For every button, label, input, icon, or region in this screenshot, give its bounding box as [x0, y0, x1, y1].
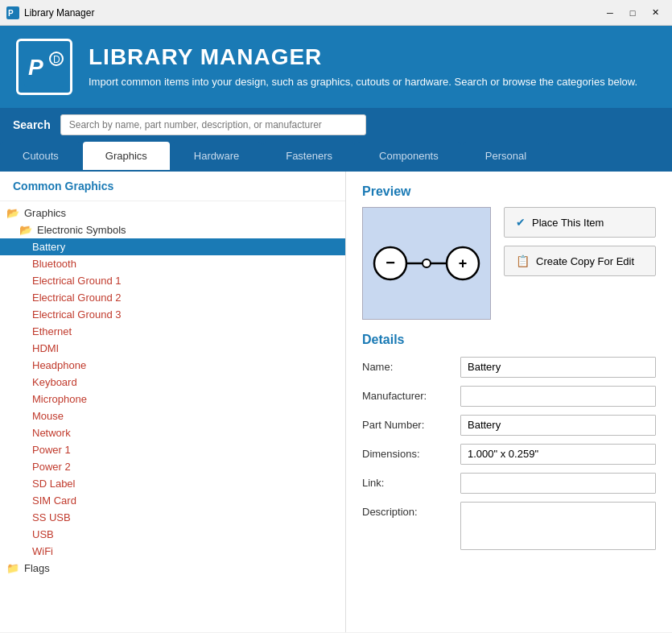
name-value[interactable]: Battery: [460, 357, 656, 378]
dimensions-label: Dimensions:: [362, 444, 451, 460]
tree-item-sim-card[interactable]: SIM Card: [0, 492, 345, 509]
tab-bar: Cutouts Graphics Hardware Fasteners Comp…: [0, 142, 672, 172]
tree-item-power-2[interactable]: Power 2: [0, 458, 345, 475]
details-title: Details: [362, 333, 656, 347]
description-label: Description:: [362, 502, 451, 518]
tree-item-bluetooth[interactable]: Bluetooth: [0, 255, 345, 272]
tree-item-wifi-label: WiFi: [32, 545, 53, 557]
place-item-label: Place This Item: [532, 217, 604, 229]
tab-fasteners[interactable]: Fasteners: [263, 142, 355, 170]
svg-text:−: −: [385, 254, 395, 271]
link-value[interactable]: [460, 473, 656, 494]
search-input[interactable]: [60, 114, 366, 135]
svg-text:+: +: [459, 255, 468, 271]
app-icon: P: [6, 6, 19, 19]
tab-graphics[interactable]: Graphics: [83, 142, 170, 170]
action-buttons: ✔ Place This Item 📋 Create Copy For Edit: [504, 207, 656, 320]
detail-row-manufacturer: Manufacturer:: [362, 386, 656, 407]
link-label: Link:: [362, 473, 451, 489]
tree-item-power-1[interactable]: Power 1: [0, 441, 345, 458]
manufacturer-value[interactable]: [460, 386, 656, 407]
tree-item-power2-label: Power 2: [32, 461, 71, 473]
folder-open-icon-2: 📂: [19, 224, 32, 236]
tree-item-ethernet-label: Ethernet: [32, 325, 72, 337]
title-bar-controls: ─ □ ✕: [600, 5, 666, 21]
search-bar: Search: [0, 108, 672, 142]
part-number-label: Part Number:: [362, 415, 451, 431]
preview-title: Preview: [362, 184, 656, 199]
tab-components[interactable]: Components: [357, 142, 461, 170]
minimize-button[interactable]: ─: [600, 5, 620, 21]
tree-item-eg2-label: Electrical Ground 2: [32, 292, 122, 304]
svg-text:P: P: [28, 55, 43, 80]
dimensions-value[interactable]: 1.000" x 0.259": [460, 444, 656, 465]
header-text: LIBRARY MANAGER Import common items into…: [89, 44, 637, 89]
detail-row-link: Link:: [362, 473, 656, 494]
tree-item-sim-card-label: SIM Card: [32, 494, 76, 507]
tree-item-hdmi-label: HDMI: [32, 342, 59, 354]
detail-row-part-number: Part Number: Battery: [362, 415, 656, 436]
tree-item-wifi[interactable]: WiFi: [0, 543, 345, 560]
tree-item-electrical-ground-3[interactable]: Electrical Ground 3: [0, 306, 345, 323]
tree-item-usb[interactable]: USB: [0, 526, 345, 543]
tree-item-keyboard[interactable]: Keyboard: [0, 374, 345, 391]
app-description: Import common items into your design, su…: [89, 75, 637, 89]
svg-point-11: [423, 259, 431, 267]
battery-preview-svg: − +: [370, 239, 483, 288]
main-content: Common Graphics 📂 Graphics 📂 Electronic …: [0, 172, 672, 632]
preview-area: − + ✔ Place This Item 📋 Create Copy For …: [362, 207, 656, 320]
left-panel-header: Common Graphics: [0, 172, 345, 201]
close-button[interactable]: ✕: [645, 5, 666, 21]
tree-item-hdmi[interactable]: HDMI: [0, 340, 345, 357]
tree-item-mouse-label: Mouse: [32, 410, 64, 422]
tree-item-power1-label: Power 1: [32, 444, 71, 456]
search-label: Search: [13, 118, 51, 131]
name-label: Name:: [362, 357, 451, 373]
tree-item-flags-label: Flags: [24, 562, 50, 574]
place-item-button[interactable]: ✔ Place This Item: [504, 207, 656, 238]
manufacturer-label: Manufacturer:: [362, 386, 451, 402]
maximize-button[interactable]: □: [622, 5, 643, 21]
tab-cutouts[interactable]: Cutouts: [0, 142, 81, 170]
tree-item-eg1-label: Electrical Ground 1: [32, 275, 122, 287]
folder-open-icon: 📂: [6, 207, 19, 219]
tree-item-battery-label: Battery: [32, 241, 65, 253]
left-panel: Common Graphics 📂 Graphics 📂 Electronic …: [0, 172, 346, 632]
detail-row-name: Name: Battery: [362, 357, 656, 378]
tab-hardware[interactable]: Hardware: [171, 142, 262, 170]
app-logo: P D: [16, 39, 72, 95]
svg-text:P: P: [8, 9, 14, 18]
tree-item-eg3-label: Electrical Ground 3: [32, 308, 122, 321]
detail-row-dimensions: Dimensions: 1.000" x 0.259": [362, 444, 656, 465]
tree-item-sd-label[interactable]: SD Label: [0, 475, 345, 492]
tree-item-graphics[interactable]: 📂 Graphics: [0, 205, 345, 221]
folder-closed-icon: 📁: [6, 562, 19, 574]
tree-item-usb-label: USB: [32, 528, 54, 540]
svg-text:D: D: [53, 54, 60, 65]
tree-item-mouse[interactable]: Mouse: [0, 408, 345, 424]
app-title: LIBRARY MANAGER: [89, 44, 637, 70]
tree-item-electrical-ground-2[interactable]: Electrical Ground 2: [0, 289, 345, 306]
tree-item-sd-label-text: SD Label: [32, 478, 75, 490]
tab-personal[interactable]: Personal: [463, 142, 549, 170]
tree-item-network[interactable]: Network: [0, 424, 345, 441]
part-number-value[interactable]: Battery: [460, 415, 656, 436]
tree-item-headphone-label: Headphone: [32, 359, 86, 371]
tree-item-bluetooth-label: Bluetooth: [32, 258, 76, 270]
tree-item-electrical-ground-1[interactable]: Electrical Ground 1: [0, 272, 345, 289]
tree-item-headphone[interactable]: Headphone: [0, 357, 345, 374]
preview-image: − +: [362, 207, 491, 320]
tree-item-graphics-label: Graphics: [24, 207, 66, 219]
create-copy-button[interactable]: 📋 Create Copy For Edit: [504, 246, 656, 276]
tree-item-ethernet[interactable]: Ethernet: [0, 323, 345, 340]
tree-item-ss-usb[interactable]: SS USB: [0, 509, 345, 526]
tree-container[interactable]: 📂 Graphics 📂 Electronic Symbols Battery …: [0, 201, 345, 632]
tree-item-electronic-symbols[interactable]: 📂 Electronic Symbols: [0, 221, 345, 238]
tree-item-network-label: Network: [32, 427, 71, 439]
detail-row-description: Description:: [362, 502, 656, 550]
copy-icon: 📋: [516, 254, 530, 267]
description-value[interactable]: [460, 502, 656, 550]
tree-item-flags[interactable]: 📁 Flags: [0, 560, 345, 577]
tree-item-microphone[interactable]: Microphone: [0, 391, 345, 408]
tree-item-battery[interactable]: Battery: [0, 238, 345, 255]
